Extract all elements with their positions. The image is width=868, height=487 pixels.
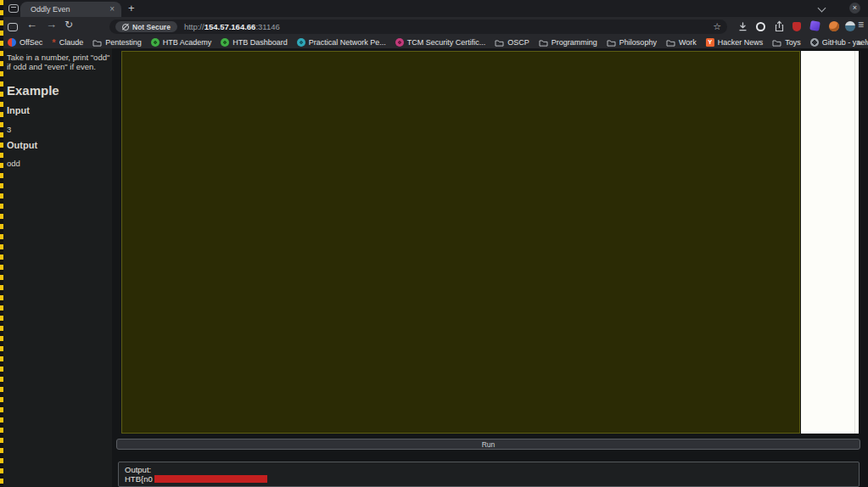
tab-strip: Oddly Even × + × — [0, 0, 868, 17]
bookmarks-bar: OffSec *Claude Pentesting HTB Academy HT… — [0, 36, 868, 48]
bookmark-programming[interactable]: Programming — [539, 38, 597, 47]
bookmark-offsec[interactable]: OffSec — [8, 38, 42, 47]
bookmark-star-icon[interactable]: ☆ — [713, 21, 721, 32]
screen: Oddly Even × + × ← → ↻ Not Secure http:/… — [0, 0, 868, 487]
workspace-icon[interactable] — [8, 4, 19, 13]
folder-icon — [495, 39, 504, 47]
extension-ring-icon[interactable] — [756, 22, 765, 31]
bookmark-toys[interactable]: Toys — [772, 38, 801, 47]
htb-icon — [151, 38, 160, 47]
not-secure-icon — [122, 24, 129, 31]
forward-button[interactable]: → — [46, 18, 57, 31]
bookmark-htb-academy[interactable]: HTB Academy — [151, 38, 212, 47]
editor-side-panel — [801, 51, 859, 434]
orange-extension-icon[interactable] — [829, 21, 839, 31]
redaction-overlay — [154, 475, 267, 483]
claude-asterisk-icon: * — [52, 39, 55, 46]
output-example-value: odd — [7, 159, 20, 168]
github-icon — [810, 38, 819, 47]
folder-icon — [92, 39, 102, 47]
bookmark-hackernews[interactable]: YHacker News — [706, 38, 764, 47]
input-heading: Input — [7, 105, 30, 115]
output-panel: Output: HTB{n0 — [118, 462, 860, 487]
bookmark-tcm[interactable]: TCM Security Certific... — [395, 38, 486, 47]
offsec-icon — [8, 38, 16, 47]
output-heading: Output — [7, 140, 37, 150]
hackernews-icon: Y — [706, 38, 714, 47]
download-icon[interactable] — [737, 21, 748, 32]
window-icon[interactable] — [8, 23, 18, 31]
bookmark-pentesting[interactable]: Pentesting — [92, 38, 142, 47]
output-label: Output: — [125, 465, 853, 474]
flag-line: HTB{n0 — [125, 474, 853, 484]
security-badge-label: Not Secure — [132, 23, 171, 31]
challenge-description: Take in a number, print "odd" if odd and… — [7, 53, 112, 71]
tab-title: Oddly Even — [31, 2, 70, 17]
purple-extension-icon[interactable] — [809, 20, 820, 31]
folder-icon — [539, 39, 548, 47]
bookmark-oscp[interactable]: OSCP — [495, 38, 529, 47]
tab-close-icon[interactable]: × — [109, 2, 115, 16]
shield-extension-icon[interactable] — [792, 22, 801, 31]
folder-icon — [772, 39, 781, 47]
bookmarks-overflow-chevron[interactable]: » — [857, 36, 862, 48]
page-right-margin — [860, 48, 868, 487]
menu-icon[interactable]: ≡ — [858, 19, 864, 31]
teal-site-icon — [297, 38, 305, 47]
url-port: :31146 — [255, 22, 279, 31]
reload-button[interactable]: ↻ — [64, 19, 73, 31]
url-host: 154.57.164.66 — [204, 22, 256, 31]
profile-avatar-icon[interactable] — [845, 21, 855, 31]
chevron-down-icon[interactable] — [818, 4, 826, 13]
address-bar[interactable]: Not Secure http://154.57.164.66:31146 ☆ — [109, 20, 727, 34]
screen-share-border — [0, 0, 3, 487]
example-heading: Example — [7, 83, 59, 98]
code-input[interactable] — [121, 51, 800, 434]
input-example-value: 3 — [7, 125, 11, 134]
bookmark-work[interactable]: Work — [666, 38, 697, 47]
new-tab-button[interactable]: + — [128, 0, 135, 17]
url-text[interactable]: http://154.57.164.66:31146 — [184, 22, 280, 31]
share-icon[interactable] — [774, 20, 785, 32]
bookmark-pnpt[interactable]: Practical Network Pe... — [297, 38, 386, 47]
htb-icon — [221, 38, 229, 47]
folder-icon — [607, 39, 616, 47]
security-badge[interactable]: Not Secure — [115, 21, 177, 32]
bookmark-htb-dashboard[interactable]: HTB Dashboard — [221, 38, 288, 47]
back-button[interactable]: ← — [26, 18, 37, 31]
browser-tab[interactable]: Oddly Even × — [20, 2, 121, 17]
window-close-button[interactable]: × — [849, 3, 860, 14]
run-button[interactable]: Run — [116, 439, 860, 450]
bookmark-philosophy[interactable]: Philosophy — [607, 38, 657, 47]
folder-icon — [666, 39, 675, 47]
tcm-icon — [395, 38, 404, 47]
bookmark-claude[interactable]: *Claude — [52, 38, 83, 47]
url-scheme: http:// — [184, 22, 204, 31]
flag-prefix: HTB{n0 — [125, 474, 153, 484]
